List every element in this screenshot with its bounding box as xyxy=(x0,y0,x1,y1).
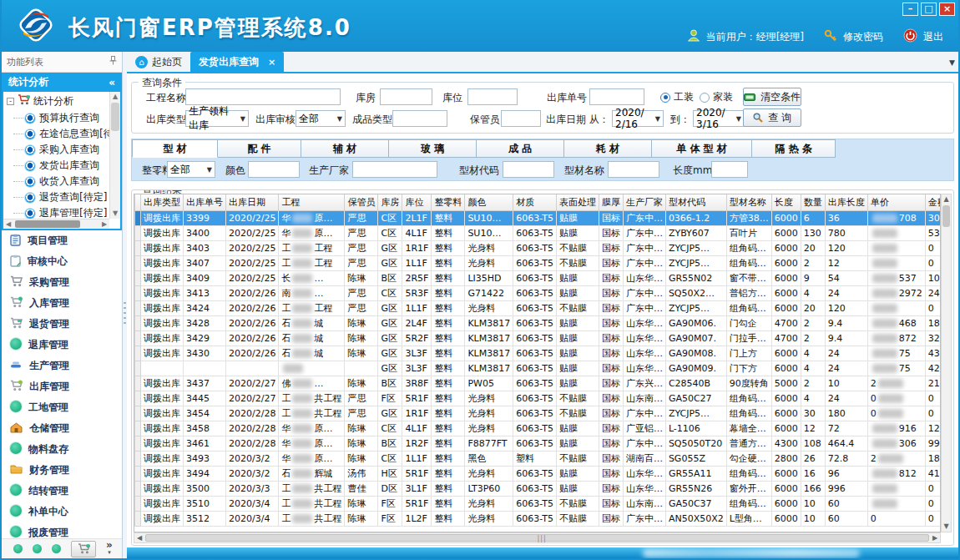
category-tab-7[interactable]: 单 体 型 材 xyxy=(652,139,752,158)
table-row[interactable]: 调拨出库34372020/2/27佛…陈琳B区3R8F整料PW056063-T5… xyxy=(135,376,942,391)
audit-dropdown[interactable]: 全部▼ xyxy=(296,110,346,127)
column-header-mfr[interactable]: 生产厂家 xyxy=(623,194,665,210)
tab-close-icon[interactable]: × xyxy=(268,57,275,68)
column-header-qty[interactable]: 数量 xyxy=(801,194,825,210)
tree-item[interactable]: 收货入库查询 xyxy=(3,174,120,189)
logout-link[interactable]: 退出 xyxy=(923,30,943,44)
sidebar-item-退货管理[interactable]: 退货管理 xyxy=(2,314,122,335)
tree-vertical-scrollbar[interactable]: ▲ ▼ xyxy=(109,92,120,219)
sidebar-item-仓储管理[interactable]: 仓储管理 xyxy=(2,418,122,439)
table-row[interactable]: 调拨出库34932020/3/2华原…陈琳C区1L1F整料黑色塑料不贴膜国标湖南… xyxy=(135,451,942,466)
maximize-button[interactable]: □ xyxy=(921,3,937,16)
row-indicator[interactable] xyxy=(135,511,141,526)
column-header-mat[interactable]: 材质 xyxy=(513,194,557,210)
profile-code-input[interactable] xyxy=(503,161,554,178)
category-tab-4[interactable]: 玻 璃 xyxy=(389,139,477,158)
sidebar-item-生产管理[interactable]: 生产管理 xyxy=(2,356,122,376)
table-row[interactable]: 调拨出库34282020/2/26石城陈琳G区2L4F整料KLM38176063… xyxy=(135,315,942,330)
scroll-right-icon[interactable]: ▶ xyxy=(99,219,109,229)
row-indicator[interactable] xyxy=(135,406,141,421)
row-indicator[interactable] xyxy=(135,285,141,300)
scroll-down-icon[interactable]: ▼ xyxy=(942,522,951,532)
column-header-color[interactable]: 颜色 xyxy=(465,194,513,210)
dock-dot-icon[interactable] xyxy=(52,544,61,553)
scroll-up-icon[interactable]: ▲ xyxy=(110,92,120,102)
row-indicator[interactable] xyxy=(135,315,141,330)
table-row[interactable]: 调拨出库34612020/2/28华原…陈琳B区1R2F整料F8877FT606… xyxy=(135,436,942,451)
row-indicator[interactable] xyxy=(135,240,141,255)
row-indicator[interactable] xyxy=(135,210,141,225)
category-tab-3[interactable]: 辅 材 xyxy=(301,139,389,158)
table-row[interactable]: 调拨出库33992020/2/25华原…严思C区2L1F整料SU10…6063-… xyxy=(135,210,942,225)
table-row[interactable]: 调拨出库34582020/2/28华原…陈琳C区4L1F整料光身料6063-T5… xyxy=(135,421,942,436)
row-indicator[interactable] xyxy=(135,255,141,270)
tree-root-node[interactable]: - 统计分析 xyxy=(3,92,120,110)
row-indicator[interactable] xyxy=(135,361,141,376)
table-row[interactable]: 调拨出库34132020/2/26南…严思C区5R3F整料G714226063-… xyxy=(135,285,942,300)
profile-name-input[interactable] xyxy=(608,161,659,178)
sidebar-item-工地管理[interactable]: 工地管理 xyxy=(2,397,122,418)
row-indicator[interactable] xyxy=(135,436,141,451)
row-indicator[interactable] xyxy=(135,421,141,436)
table-row[interactable]: 调拨出库34072020/2/25工工程严思G区1L1F整料光身料6063-T5… xyxy=(135,255,942,270)
pin-icon[interactable] xyxy=(109,56,117,68)
column-header-type[interactable]: 出库类型 xyxy=(141,194,184,210)
sidebar-item-财务管理[interactable]: 财务管理 xyxy=(2,460,122,481)
tree-item[interactable]: 预算执行查询 xyxy=(3,110,120,126)
sidebar-item-出库管理[interactable]: 出库管理 xyxy=(2,376,122,397)
section-header[interactable]: 统计分析 « xyxy=(2,73,122,92)
keeper-input[interactable] xyxy=(501,110,541,127)
row-indicator[interactable] xyxy=(135,300,141,315)
scroll-left-icon[interactable]: ◀ xyxy=(134,533,144,542)
project-name-input[interactable] xyxy=(185,88,341,105)
scroll-thumb[interactable] xyxy=(942,205,950,227)
warehouse-input[interactable] xyxy=(380,88,432,105)
sidebar-item-物料盘存[interactable]: 物料盘存 xyxy=(2,439,122,460)
sidebar-item-审核中心[interactable]: 审核中心 xyxy=(2,251,122,272)
tab-home[interactable]: ⌂ 起始页 xyxy=(127,52,190,72)
color-input[interactable] xyxy=(248,161,300,178)
column-header-outlen[interactable]: 出库长度 xyxy=(825,194,867,210)
tree-item[interactable]: 在途信息查询[待 xyxy=(3,126,120,142)
table-row[interactable]: 调拨出库35102020/3/4工共工程陈琳F区5R1F整料光身料6063-T5… xyxy=(135,496,942,511)
column-header-len[interactable]: 长度 xyxy=(771,194,801,210)
column-header-no[interactable]: 出库单号 xyxy=(184,194,226,210)
scroll-thumb[interactable] xyxy=(15,220,80,228)
tree-item[interactable]: 采购入库查询 xyxy=(3,142,120,158)
scroll-thumb[interactable] xyxy=(111,103,119,131)
table-row[interactable]: 调拨出库35122020/3/4工共工程陈琳F区1L2F整料光身料6063-T5… xyxy=(135,511,942,526)
tree-item[interactable]: 退货查询[待定] xyxy=(3,189,120,205)
row-indicator[interactable] xyxy=(135,376,141,391)
tab-shipping-outbound-query[interactable]: 发货出库查询 × xyxy=(190,52,284,72)
date-to-dropdown[interactable]: 2020/ 3/16▼ xyxy=(693,110,745,127)
column-header-name[interactable]: 型材名称 xyxy=(726,194,771,210)
table-row[interactable]: G区3L3F整料KLM38176063-T5贴膜国标山东华…GA90M09.门下… xyxy=(135,361,942,376)
maker-input[interactable] xyxy=(352,161,437,178)
table-row[interactable]: 调拨出库34452020/2/27工共工程严思F区5R1F整料光身料6063-T… xyxy=(135,391,942,406)
grid-vertical-scrollbar[interactable]: ▲ ▼ xyxy=(941,194,952,532)
column-header-date[interactable]: 出库日期 xyxy=(226,194,279,210)
radio-gongzhuang[interactable]: 工装 xyxy=(660,90,694,104)
row-indicator[interactable] xyxy=(135,346,141,361)
tree-horizontal-scrollbar[interactable]: ◀ ▶ xyxy=(3,219,109,229)
table-row[interactable]: 调拨出库34092020/2/25长…陈琳B区2R5F整料LI35HD6063-… xyxy=(135,270,942,285)
table-row[interactable]: 调拨出库34542020/2/28工共工程严思G区1R1F整料光身料6063-T… xyxy=(135,406,942,421)
sidebar-item-入库管理[interactable]: 入库管理 xyxy=(2,293,122,314)
collapse-icon[interactable]: « xyxy=(109,77,115,88)
order-no-input[interactable] xyxy=(589,88,644,105)
column-header-keeper[interactable]: 保管员 xyxy=(345,194,378,210)
column-header-film[interactable]: 膜厚 xyxy=(599,194,623,210)
category-tab-6[interactable]: 耗 材 xyxy=(564,139,652,158)
row-indicator[interactable] xyxy=(135,466,141,481)
scroll-right-icon[interactable]: ▶ xyxy=(930,533,940,542)
search-button[interactable]: 查 询 xyxy=(743,108,801,127)
product-type-input[interactable] xyxy=(392,110,447,127)
dock-dot-icon[interactable] xyxy=(13,544,23,553)
close-button[interactable]: × xyxy=(939,3,955,16)
table-row[interactable]: 调拨出库34292020/2/26石城陈琳G区5R2F整料KLM38176063… xyxy=(135,330,942,346)
row-indicator[interactable] xyxy=(135,481,141,496)
row-indicator[interactable] xyxy=(135,496,141,511)
tree-expand-icon[interactable]: - xyxy=(7,98,14,105)
scroll-left-icon[interactable]: ◀ xyxy=(3,219,13,229)
column-header-price[interactable]: 单价 xyxy=(867,194,925,210)
